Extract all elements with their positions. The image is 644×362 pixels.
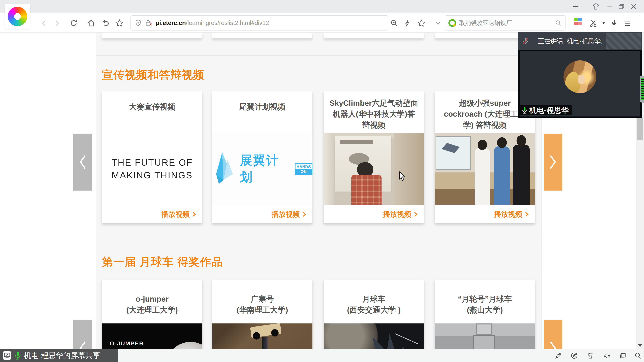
rocket-icon <box>554 352 562 360</box>
browser-logo[interactable] <box>5 4 30 29</box>
menu-button[interactable] <box>623 19 632 27</box>
grid-blue-icon <box>578 18 582 21</box>
star-outline-icon <box>417 19 426 27</box>
window-layout-button[interactable] <box>618 351 627 360</box>
grid-green-icon <box>574 18 578 21</box>
card-title: o-jumper (大连理工大学) <box>102 280 202 324</box>
call-header: 正在讲话: 机电-程思华; <box>518 32 642 50</box>
photo-layer <box>476 324 492 335</box>
url-domain: pi.eterc.cn <box>156 19 186 26</box>
photo-layer <box>340 140 373 144</box>
photo-layer <box>474 148 490 205</box>
new-tab-button[interactable] <box>572 3 580 10</box>
scrollbar-thumb[interactable] <box>637 118 643 140</box>
play-label: 播放视频 <box>272 210 300 219</box>
play-video-link[interactable]: 播放视频 <box>272 210 306 219</box>
card-title: SkyClimber六足气动壁面机器人(华中科技大学)答辩视频 <box>324 91 424 133</box>
photo-layer <box>494 146 510 205</box>
close-icon <box>630 3 637 10</box>
call-video-area: 机电-程思华 <box>520 51 640 116</box>
participant-name: 机电-程思华 <box>529 105 569 115</box>
photo-layer <box>394 133 424 205</box>
play-video-link[interactable]: 播放视频 <box>161 210 196 219</box>
scissors-icon <box>589 19 598 27</box>
video-call-overlay[interactable]: 正在讲话: 机电-程思华; 机电-程思华 <box>518 32 642 118</box>
search-box[interactable]: 取消强攻亚速钢铁厂 <box>445 15 566 30</box>
video-card-promo[interactable]: 大赛宣传视频 THE FUTURE OF MAKING THINGS 播放视频 <box>102 91 202 223</box>
thumbnail-photo <box>435 133 535 205</box>
close-window-button[interactable] <box>630 3 638 11</box>
screenshot-menu-caret-icon[interactable] <box>602 22 606 26</box>
card-title-line1: “月轮号”月球车 <box>440 294 530 305</box>
restore-button[interactable] <box>617 3 626 11</box>
favorites-button[interactable] <box>115 19 124 27</box>
restore-icon <box>618 3 625 10</box>
card-thumbnail: 展翼计划 HANDSON <box>212 133 312 205</box>
minimize-button[interactable] <box>606 3 614 11</box>
a-slash-icon <box>570 352 578 360</box>
zoom-out-button[interactable] <box>390 19 398 27</box>
360-search-logo-icon <box>448 19 456 27</box>
play-chevron-icon <box>302 212 306 217</box>
photo-layer <box>271 329 278 337</box>
apps-grid-button[interactable] <box>574 18 582 25</box>
search-icon[interactable] <box>555 19 562 26</box>
card-title: 大赛宣传视频 <box>102 91 202 133</box>
download-icon <box>610 19 618 27</box>
card-title-line1: o-jumper <box>107 294 197 305</box>
play-video-link[interactable]: 播放视频 <box>383 210 418 219</box>
restore-session-button[interactable] <box>101 19 110 27</box>
carousel-next-button[interactable] <box>544 134 562 191</box>
mic-muted-icon <box>521 37 530 45</box>
url-path: /learningres/reslist2.html#div12 <box>186 19 269 26</box>
section-title-videos: 宣传视频和答辩视频 <box>102 67 204 82</box>
mic-on-icon <box>14 351 22 360</box>
mute-page-button[interactable] <box>602 351 611 360</box>
video-card-skyclimber[interactable]: SkyClimber六足气动壁面机器人(华中科技大学)答辩视频 播放视频 <box>324 91 424 223</box>
back-button[interactable] <box>40 19 48 27</box>
reload-button[interactable] <box>70 19 78 27</box>
carousel-prev-button[interactable] <box>73 134 92 191</box>
photo-layer <box>395 334 418 345</box>
layers-icon <box>619 352 627 360</box>
dropdown-button[interactable] <box>434 19 442 27</box>
avatar-art <box>578 75 585 84</box>
screenshot-button[interactable] <box>589 19 598 27</box>
play-chevron-icon <box>192 212 196 217</box>
partial-card <box>212 32 312 38</box>
scroll-down-arrow-icon[interactable] <box>638 344 642 349</box>
censored-name-mosaic <box>606 33 641 49</box>
play-label: 播放视频 <box>161 210 190 219</box>
forward-button[interactable] <box>53 19 62 27</box>
pinwheel-logo-icon <box>8 7 27 26</box>
card-title-line1: 广寒号 <box>218 294 307 305</box>
section-title-lunar: 第一届 月球车 得奖作品 <box>102 254 223 270</box>
card-title-line1: 月球车 <box>329 294 418 305</box>
clear-trace-button[interactable] <box>586 351 595 360</box>
speaker-icon <box>603 352 611 360</box>
home-icon <box>87 19 96 27</box>
speaking-status: 正在讲话: 机电-程思华; <box>538 37 602 45</box>
url-text[interactable]: pi.eterc.cn/learningres/reslist2.html#di… <box>156 19 269 26</box>
boost-button[interactable] <box>554 351 562 360</box>
trash-icon <box>586 352 594 360</box>
find-in-page-button[interactable] <box>634 351 642 360</box>
section-divider <box>96 55 541 56</box>
bookmark-page-button[interactable] <box>417 19 426 27</box>
partial-card <box>102 32 202 38</box>
undo-arrow-icon <box>102 19 110 27</box>
tab-bar <box>0 0 644 13</box>
thumbnail-photo <box>324 133 424 205</box>
video-card-wing[interactable]: 尾翼计划视频 展翼计划 HANDSON 播放视频 <box>212 91 312 223</box>
extension-bolt-button[interactable] <box>403 19 412 27</box>
play-video-link[interactable]: 播放视频 <box>494 210 529 219</box>
home-button[interactable] <box>87 19 96 27</box>
downloads-button[interactable] <box>610 19 618 27</box>
address-bar[interactable]: pi.eterc.cn/learningres/reslist2.html#di… <box>130 15 388 30</box>
partial-card <box>324 32 424 38</box>
zoom-out-icon <box>390 19 398 27</box>
theme-skin-button[interactable] <box>592 3 600 11</box>
adblock-button[interactable] <box>570 351 578 360</box>
screen-share-banner[interactable]: 机电-程思华的屏幕共享 <box>0 349 118 362</box>
thumbnail-text: O-JUMPER <box>110 340 144 347</box>
